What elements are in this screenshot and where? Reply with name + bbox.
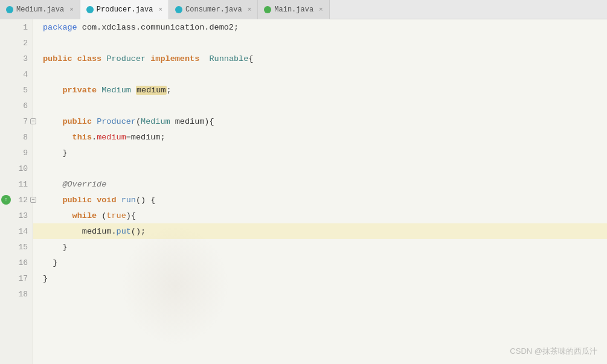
code-line-13: while (true){: [33, 208, 607, 223]
line-number-10: 10: [0, 161, 33, 176]
tab-main[interactable]: Main.java ×: [258, 0, 329, 19]
line-number-12: ↑12−: [0, 192, 33, 208]
code-line-7: public Producer(Medium medium){: [33, 113, 607, 129]
line-number-8: 8: [0, 129, 33, 145]
tab-consumer[interactable]: Consumer.java ×: [169, 0, 258, 19]
code-line-15: }: [33, 239, 607, 255]
code-line-6: [33, 98, 607, 113]
tab-main-label: Main.java: [274, 5, 313, 14]
code-line-4: [33, 66, 607, 82]
tab-bar: Medium.java × Producer.java × Consumer.j…: [0, 0, 607, 19]
line-number-7: 7−: [0, 113, 33, 129]
code-line-3: public class Producer implements Runnabl…: [33, 51, 607, 66]
code-line-1: package com.xdclass.communication.demo2;: [33, 19, 607, 35]
line-num-text: 8: [23, 133, 28, 142]
line-num-text: 13: [18, 211, 28, 220]
line-number-15: 15: [0, 239, 33, 255]
line-number-13: 13: [0, 208, 33, 223]
tab-main-icon: [264, 6, 271, 13]
code-line-12: public void run() {: [33, 192, 607, 208]
line-number-9: 9: [0, 145, 33, 161]
code-line-8: this.medium=medium;: [33, 129, 607, 145]
line-num-text: 10: [18, 164, 28, 173]
line-number-14: 14: [0, 223, 33, 239]
tab-medium-label: Medium.java: [16, 5, 64, 14]
code-line-5: private Medium medium;: [33, 82, 607, 98]
line-num-text: 18: [18, 290, 28, 299]
tab-consumer-icon: [175, 6, 182, 13]
editor: 1234567−891011↑12−131415161718 package c…: [0, 19, 607, 364]
line-number-5: 5: [0, 82, 33, 98]
code-area[interactable]: package com.xdclass.communication.demo2;…: [33, 19, 607, 364]
line-num-text: 16: [18, 258, 28, 267]
code-line-10: [33, 161, 607, 176]
code-line-11: @Override: [33, 176, 607, 192]
line-number-16: 16: [0, 255, 33, 270]
line-number-2: 2: [0, 35, 33, 51]
tab-producer-label: Producer.java: [97, 5, 153, 14]
code-line-9: }: [33, 145, 607, 161]
tab-producer-close[interactable]: ×: [158, 6, 162, 13]
code-line-17: }: [33, 270, 607, 286]
line-num-text: 14: [18, 227, 28, 236]
code-line-16: }: [33, 255, 607, 270]
line-num-text: 6: [23, 101, 28, 110]
line-number-3: 3: [0, 51, 33, 66]
run-indicator: ↑: [1, 195, 11, 205]
tab-medium-close[interactable]: ×: [69, 6, 74, 13]
fold-indicator[interactable]: −: [30, 118, 36, 124]
line-number-1: 1: [0, 19, 33, 35]
line-num-text: 15: [18, 243, 28, 252]
tab-medium-icon: [6, 6, 13, 13]
tab-main-close[interactable]: ×: [319, 6, 323, 13]
line-number-6: 6: [0, 98, 33, 113]
code-line-18: [33, 286, 607, 302]
tab-medium[interactable]: Medium.java ×: [0, 0, 80, 19]
line-num-text: 5: [23, 86, 28, 95]
tab-consumer-label: Consumer.java: [185, 5, 242, 14]
line-num-text: 9: [23, 148, 28, 158]
line-num-text: 2: [23, 39, 28, 48]
line-num-text: 11: [18, 180, 28, 189]
line-num-text: 7: [23, 117, 28, 126]
line-num-text: 12: [18, 196, 28, 205]
line-number-4: 4: [0, 66, 33, 82]
line-number-17: 17: [0, 270, 33, 286]
tab-producer-icon: [86, 6, 94, 13]
line-num-text: 1: [23, 23, 28, 32]
code-line-2: [33, 35, 607, 51]
tab-consumer-close[interactable]: ×: [248, 6, 252, 13]
gutter: 1234567−891011↑12−131415161718: [0, 19, 33, 364]
line-num-text: 4: [23, 70, 28, 79]
line-number-11: 11: [0, 176, 33, 192]
code-line-14: medium.put();: [33, 223, 607, 239]
tab-producer[interactable]: Producer.java ×: [80, 0, 169, 19]
fold-indicator[interactable]: −: [30, 197, 36, 203]
line-num-text: 3: [23, 54, 28, 63]
line-number-18: 18: [0, 286, 33, 302]
line-num-text: 17: [18, 274, 28, 283]
